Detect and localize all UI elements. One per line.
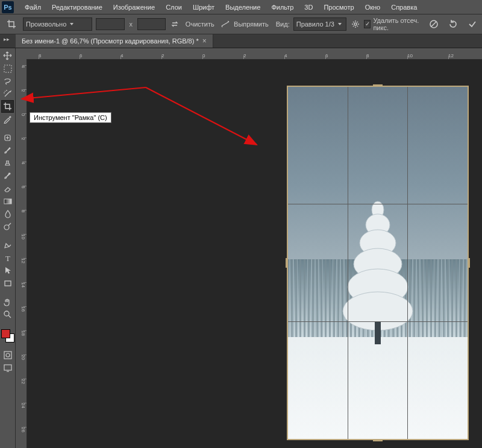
ruler-tick: 22 xyxy=(20,379,26,384)
ruler-tick: 10 xyxy=(407,53,413,58)
panel-collapser-icon[interactable]: ▸▸ xyxy=(4,36,10,42)
tool-tooltip: Инструмент "Рамка" (C) xyxy=(30,112,111,123)
svg-text:Ps: Ps xyxy=(4,4,11,11)
gradient-tool[interactable] xyxy=(1,195,14,207)
ruler-tick: 14 xyxy=(20,282,26,288)
crop-handle-top[interactable] xyxy=(373,84,383,87)
canvas-area[interactable]: 8642024681012 4202468101214161820222426 xyxy=(16,48,482,448)
svg-rect-18 xyxy=(5,281,11,286)
image-content-tree xyxy=(336,192,420,361)
overlay-view-dropdown[interactable]: Правило 1/3 xyxy=(293,17,347,31)
delete-cropped-label: Удалить отсеч. пикс. xyxy=(373,17,424,31)
swap-dimensions-button[interactable] xyxy=(169,18,179,30)
pen-tool[interactable] xyxy=(1,239,14,251)
screen-mode-toggle[interactable] xyxy=(1,361,14,374)
ruler-tick: 18 xyxy=(20,330,26,336)
history-brush-tool[interactable] xyxy=(1,169,14,182)
straighten-label: Выпрямить xyxy=(234,21,269,28)
document-tab[interactable]: Без имени-1 @ 66,7% (Просмотр кадрирован… xyxy=(16,34,213,48)
svg-line-30 xyxy=(22,87,146,99)
svg-point-16 xyxy=(4,225,9,230)
horizontal-ruler[interactable]: 8642024681012 xyxy=(27,48,482,60)
reset-crop-button[interactable] xyxy=(447,18,459,30)
cancel-crop-button[interactable] xyxy=(428,18,440,30)
menu-view[interactable]: Просмотр xyxy=(318,1,359,13)
chevron-down-icon xyxy=(70,23,74,25)
menu-image[interactable]: Изображение xyxy=(108,1,160,13)
straighten-icon[interactable] xyxy=(221,18,230,30)
brush-tool[interactable] xyxy=(1,144,14,157)
crop-height-field[interactable] xyxy=(137,18,166,30)
svg-line-7 xyxy=(353,22,354,22)
type-tool[interactable]: T xyxy=(1,251,14,264)
ruler-origin[interactable] xyxy=(16,48,27,60)
menu-filter[interactable]: Фильтр xyxy=(266,1,299,13)
delete-cropped-checkbox[interactable]: Удалить отсеч. пикс. xyxy=(364,17,424,31)
clone-stamp-tool[interactable] xyxy=(1,157,14,169)
color-swatches[interactable] xyxy=(1,329,14,342)
magic-wand-tool[interactable] xyxy=(1,87,14,100)
crop-options-gear-icon[interactable] xyxy=(350,18,360,30)
svg-rect-13 xyxy=(4,65,11,72)
checkbox-on-icon xyxy=(364,20,371,28)
quickmask-toggle[interactable] xyxy=(1,349,14,361)
path-select-tool[interactable] xyxy=(1,264,14,277)
view-label: Вид: xyxy=(276,21,290,28)
ruler-tick: 20 xyxy=(20,355,26,360)
healing-brush-tool[interactable] xyxy=(1,131,14,144)
foreground-color-swatch[interactable] xyxy=(1,329,10,338)
crop-handle-bottom-left[interactable] xyxy=(287,431,296,440)
crop-handle-top-right[interactable] xyxy=(459,86,469,95)
menu-edit[interactable]: Редактирование xyxy=(46,1,108,13)
dimension-separator: x xyxy=(128,21,134,28)
menu-type[interactable]: Шрифт xyxy=(187,1,220,13)
svg-rect-14 xyxy=(5,135,10,140)
eyedropper-tool[interactable] xyxy=(1,113,14,125)
svg-point-21 xyxy=(6,353,10,357)
aspect-ratio-dropdown[interactable]: Произвольно xyxy=(23,17,92,31)
blur-tool[interactable] xyxy=(1,207,14,220)
dodge-tool[interactable] xyxy=(1,220,14,233)
menu-help[interactable]: Справка xyxy=(386,1,422,13)
vertical-ruler[interactable]: 4202468101214161820222426 xyxy=(16,59,27,448)
menubar: Ps Файл Редактирование Изображение Слои … xyxy=(0,0,482,14)
document-canvas[interactable] xyxy=(287,86,469,440)
menu-window[interactable]: Окно xyxy=(360,1,386,13)
document-tab-row: Без имени-1 @ 66,7% (Просмотр кадрирован… xyxy=(0,34,482,48)
close-tab-icon[interactable]: × xyxy=(202,37,207,45)
svg-line-8 xyxy=(357,26,357,27)
svg-rect-22 xyxy=(4,365,11,370)
svg-line-10 xyxy=(357,22,357,22)
ruler-tick: 10 xyxy=(20,234,26,239)
menu-layers[interactable]: Слои xyxy=(160,1,187,13)
menu-file[interactable]: Файл xyxy=(19,1,46,13)
chevron-down-icon xyxy=(338,23,342,25)
lasso-tool[interactable] xyxy=(1,75,14,87)
crop-handle-bottom-right[interactable] xyxy=(459,431,469,440)
crop-tool-icon[interactable] xyxy=(4,17,19,31)
eraser-tool[interactable] xyxy=(1,182,14,195)
hand-tool[interactable] xyxy=(1,295,14,308)
move-tool[interactable] xyxy=(1,49,14,62)
crop-tool[interactable] xyxy=(1,100,14,113)
svg-rect-20 xyxy=(4,352,11,359)
clear-button[interactable]: Очистить xyxy=(183,17,217,31)
ruler-tick: 26 xyxy=(20,427,26,432)
zoom-tool[interactable] xyxy=(1,308,14,321)
menu-3d[interactable]: 3D xyxy=(299,1,318,13)
aspect-ratio-label: Произвольно xyxy=(26,21,66,28)
crop-width-field[interactable] xyxy=(96,18,125,30)
crop-handle-bottom[interactable] xyxy=(373,439,383,441)
svg-point-19 xyxy=(4,311,9,316)
workspace: T 8642024681012 420246810121416182022242… xyxy=(0,48,482,448)
rectangle-tool[interactable] xyxy=(1,277,14,289)
svg-rect-15 xyxy=(4,199,11,204)
menu-select[interactable]: Выделение xyxy=(220,1,266,13)
photoshop-logo: Ps xyxy=(0,0,16,14)
ruler-tick: 12 xyxy=(20,258,26,263)
svg-text:T: T xyxy=(5,254,10,262)
crop-handle-top-left[interactable] xyxy=(287,86,296,95)
svg-rect-29 xyxy=(375,321,381,344)
marquee-tool[interactable] xyxy=(1,62,14,75)
commit-crop-button[interactable] xyxy=(466,18,478,30)
